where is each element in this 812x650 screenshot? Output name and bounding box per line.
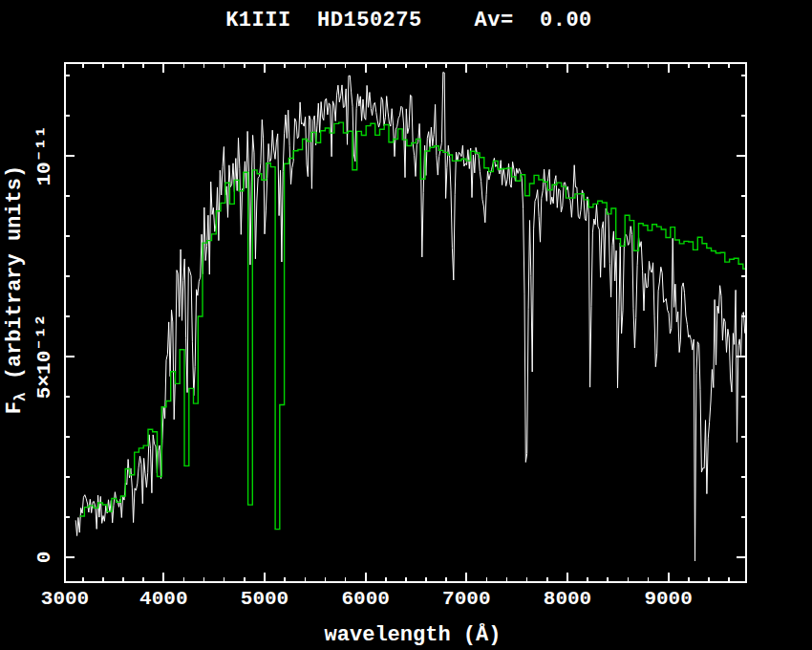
x-tick-label-5000: 5000 xyxy=(241,588,288,610)
x-tick-label-7000: 7000 xyxy=(442,588,490,610)
x-axis-label: wavelength (Å) xyxy=(325,623,502,647)
x-tick-label-9000: 9000 xyxy=(644,588,692,610)
y-axis-label-symbol: F xyxy=(3,401,27,414)
y-axis-label-subscript: λ xyxy=(12,392,30,401)
x-tick-label-6000: 6000 xyxy=(341,588,389,610)
x-tick-label-8000: 8000 xyxy=(544,588,591,610)
template-spectrum-line xyxy=(80,122,746,529)
spectrum-plot-window: K1III HD150275 Av= 0.00 3000400050006000… xyxy=(0,0,812,650)
spectrum-chart: 300040005000600070008000900005×10⁻¹²10⁻¹… xyxy=(0,0,812,650)
x-tick-label-3000: 3000 xyxy=(41,588,89,610)
y-axis-label: Fλ (arbitrary units) xyxy=(3,165,30,414)
y-tick-label-0: 0 xyxy=(33,552,55,564)
x-tick-label-4000: 4000 xyxy=(139,588,187,610)
y-axis-label-units: (arbitrary units) xyxy=(3,165,27,393)
y-tick-label-5: 5×10⁻¹² xyxy=(33,314,55,399)
y-tick-label-10: 10⁻¹¹ xyxy=(33,125,55,185)
